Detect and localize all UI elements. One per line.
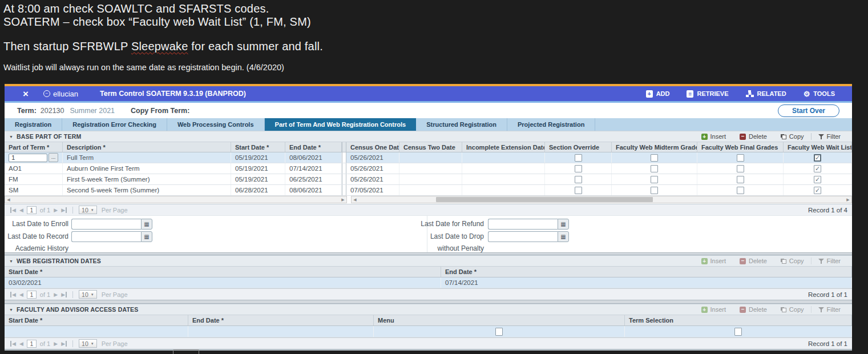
add-icon	[646, 90, 653, 98]
copy-icon	[781, 259, 786, 264]
filter-button[interactable]: Filter	[811, 306, 847, 313]
section-override-checkbox[interactable]	[575, 165, 582, 172]
tab-projected-registration[interactable]: Projected Registration	[507, 118, 595, 131]
page-number[interactable]: 1	[27, 206, 37, 214]
first-page-icon[interactable]: ◀	[10, 341, 16, 347]
copy-button[interactable]: Copy	[774, 306, 811, 313]
last-date-to-drop-input[interactable]	[488, 231, 558, 242]
copy-button[interactable]: Copy	[774, 133, 811, 140]
last-page-icon[interactable]: ▶	[61, 207, 67, 213]
section-header-base-part-of-term: ▼ BASE PART OF TERM +Insert −Delete Copy…	[5, 131, 852, 142]
first-page-icon[interactable]: ◀	[10, 292, 16, 297]
filter-button[interactable]: Filter	[811, 133, 847, 140]
tab-registration[interactable]: Registration	[5, 118, 62, 131]
insert-button[interactable]: +Insert	[695, 258, 733, 264]
delete-button[interactable]: −Delete	[733, 258, 774, 264]
first-page-icon[interactable]: ◀	[10, 207, 16, 213]
last-date-to-enroll-input[interactable]	[71, 219, 141, 230]
per-page-select[interactable]: 10▼	[79, 339, 97, 348]
next-page-icon[interactable]: ▶	[54, 292, 58, 297]
filter-icon	[818, 134, 824, 139]
faculty-web-waitlist-checkbox[interactable]	[814, 176, 821, 183]
note-line-3: Then startup SFRBWLP Sleepwake for each …	[3, 40, 323, 53]
faculty-web-midterm-checkbox[interactable]	[651, 154, 658, 162]
next-page-icon[interactable]: ▶	[54, 207, 58, 213]
faculty-web-midterm-checkbox[interactable]	[651, 165, 658, 172]
table-row[interactable]: SM Second 5-week Term (Summer) 06/28/202…	[5, 185, 852, 196]
last-date-to-drop-label: Last Date to Drop	[430, 232, 484, 240]
base-part-of-term-pagination: ◀ ◀ 1 of 1 ▶ ▶ 10▼ Per Page Record 1 of …	[5, 204, 852, 215]
tools-button[interactable]: ⚙TOOLS	[804, 90, 835, 98]
last-page-icon[interactable]: ▶	[61, 341, 67, 347]
page-number[interactable]: 1	[27, 291, 37, 299]
related-button[interactable]: RELATED	[746, 90, 786, 97]
delete-button[interactable]: −Delete	[733, 133, 774, 140]
retrieve-icon	[687, 90, 693, 98]
lookup-ellipsis-button[interactable]: ...	[49, 153, 58, 162]
calendar-icon[interactable]: ▦	[558, 219, 569, 230]
faculty-web-waitlist-checkbox[interactable]	[814, 187, 821, 194]
prev-page-icon[interactable]: ◀	[19, 341, 23, 347]
table-row[interactable]: ... Full Term 05/19/2021 08/06/2021 05/2…	[5, 152, 852, 163]
tab-web-processing-controls[interactable]: Web Processing Controls	[167, 118, 265, 131]
collapse-arrow-icon[interactable]: ▼	[9, 259, 13, 263]
last-page-icon[interactable]: ▶	[61, 292, 67, 297]
faculty-web-final-checkbox[interactable]	[737, 176, 744, 183]
scroll-pane-scrollbar[interactable]: ◀ ▶	[351, 196, 852, 203]
calendar-icon[interactable]: ▦	[141, 219, 152, 230]
per-page-select[interactable]: 10▼	[79, 206, 97, 214]
start-over-button[interactable]: Start Over	[778, 104, 839, 117]
section-override-checkbox[interactable]	[575, 176, 582, 183]
academic-history-label: Academic History	[15, 244, 68, 252]
frozen-pane-scrollbar[interactable]: ◀▶	[5, 196, 347, 203]
section-override-checkbox[interactable]	[575, 154, 582, 162]
faculty-web-final-checkbox[interactable]	[737, 154, 744, 162]
prev-page-icon[interactable]: ◀	[19, 207, 23, 213]
next-page-icon[interactable]: ▶	[54, 341, 58, 347]
close-icon[interactable]: ×	[23, 89, 29, 99]
term-selection-checkbox[interactable]	[734, 328, 742, 336]
filter-button[interactable]: Filter	[811, 258, 847, 264]
copy-button[interactable]: Copy	[774, 258, 811, 264]
tab-part-of-term-and-web-registration-controls[interactable]: Part of Term And Web Registration Contro…	[265, 118, 417, 131]
related-icon	[746, 90, 754, 97]
filter-icon	[818, 258, 824, 264]
calendar-icon[interactable]: ▦	[141, 231, 152, 242]
tab-structured-registration[interactable]: Structured Registration	[416, 118, 507, 131]
table-row[interactable]: 03/02/2021 07/14/2021	[5, 277, 852, 288]
faculty-web-final-checkbox[interactable]	[737, 187, 744, 194]
per-page-select[interactable]: 10▼	[79, 290, 97, 299]
faculty-web-midterm-checkbox[interactable]	[651, 176, 658, 183]
scrollbar-thumb[interactable]	[436, 197, 653, 202]
part-of-term-input[interactable]	[9, 154, 47, 162]
title-bar: × ~ ellucian Term Control SOATERM 9.3.19…	[5, 86, 852, 101]
term-value: 202130	[41, 107, 64, 115]
table-row[interactable]: FM First 5-week Term (Summer) 05/19/2021…	[5, 174, 852, 185]
add-button[interactable]: ADD	[646, 90, 670, 98]
retrieve-button[interactable]: RETRIEVE	[687, 90, 728, 98]
collapse-arrow-icon[interactable]: ▼	[9, 135, 13, 139]
tab-registration-error-checking[interactable]: Registration Error Checking	[62, 118, 167, 131]
faculty-web-midterm-checkbox[interactable]	[651, 187, 658, 194]
copy-icon	[781, 307, 786, 312]
menu-checkbox[interactable]	[495, 328, 503, 336]
faculty-web-waitlist-checkbox[interactable]	[814, 154, 821, 162]
last-date-for-refund-input[interactable]	[488, 219, 558, 230]
term-description: Summer 2021	[70, 107, 115, 115]
prev-page-icon[interactable]: ◀	[19, 292, 23, 297]
calendar-icon[interactable]: ▦	[558, 231, 569, 242]
collapse-arrow-icon[interactable]: ▼	[9, 308, 13, 312]
faculty-web-waitlist-checkbox[interactable]	[814, 165, 821, 172]
table-row[interactable]	[5, 326, 852, 337]
table-row[interactable]: AO1 Auburn Online First Term 05/19/2021 …	[5, 163, 852, 174]
insert-button[interactable]: +Insert	[695, 133, 733, 140]
page-number[interactable]: 1	[27, 340, 37, 348]
insert-button[interactable]: +Insert	[695, 306, 733, 313]
section-override-checkbox[interactable]	[575, 187, 582, 194]
delete-button[interactable]: −Delete	[733, 306, 774, 313]
horizontal-scrollbars: ◀▶ ◀ ▶	[5, 196, 852, 204]
section-header-faculty-advisor-access-dates: ▼ FACULTY AND ADVISOR ACCESS DATES +Inse…	[5, 304, 852, 315]
faculty-web-final-checkbox[interactable]	[737, 165, 744, 172]
last-date-to-record-input[interactable]	[71, 231, 141, 242]
last-date-to-enroll-label: Last Date to Enroll	[12, 220, 68, 228]
